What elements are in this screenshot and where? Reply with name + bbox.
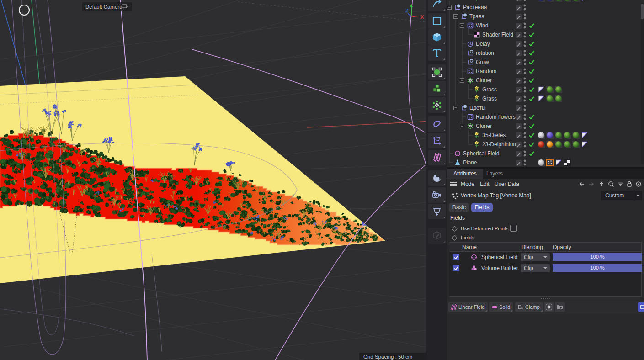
tag-chip[interactable] bbox=[538, 86, 545, 93]
menu-user-data[interactable]: User Data bbox=[495, 179, 519, 189]
opacity-bar[interactable]: 100 % bbox=[553, 253, 642, 261]
visibility-dots[interactable] bbox=[523, 104, 527, 111]
mat-orange-chip[interactable] bbox=[546, 141, 554, 148]
mat-green-chip[interactable] bbox=[555, 0, 562, 2]
mat-green-chip[interactable] bbox=[555, 132, 562, 139]
visibility-dots[interactable] bbox=[523, 95, 527, 102]
layer-chip[interactable] bbox=[516, 96, 522, 102]
object-row[interactable]: 23-Delphinium bbox=[447, 140, 644, 149]
layer-chip[interactable] bbox=[516, 114, 522, 120]
layer-chip[interactable] bbox=[516, 87, 522, 93]
lock-icon[interactable] bbox=[626, 180, 633, 190]
tab-basic[interactable]: Basic bbox=[449, 203, 469, 212]
layer-chip[interactable] bbox=[516, 151, 522, 157]
forward-icon[interactable] bbox=[588, 180, 595, 190]
viewport-3d[interactable]: Default Camera Z X Grid Spacing : 50 cm bbox=[0, 0, 426, 360]
layer-chip[interactable] bbox=[516, 41, 522, 47]
button-clamp[interactable]: Clamp bbox=[515, 302, 543, 312]
object-row[interactable]: 35-Dietes bbox=[447, 131, 644, 140]
visibility-dots[interactable] bbox=[523, 31, 527, 38]
enabled-check-icon[interactable] bbox=[528, 150, 535, 157]
menu-mode[interactable]: Mode bbox=[461, 179, 474, 189]
enabled-check-icon[interactable] bbox=[528, 141, 535, 148]
enabled-check-icon[interactable] bbox=[528, 77, 535, 84]
button-clamp-active[interactable] bbox=[638, 302, 644, 312]
tag-chip[interactable] bbox=[555, 159, 562, 166]
tool-text-object[interactable] bbox=[428, 45, 446, 61]
tool-axis-null[interactable] bbox=[428, 133, 446, 148]
tool-sky-environment[interactable] bbox=[428, 170, 446, 186]
blending-dropdown[interactable]: Clip bbox=[521, 264, 550, 272]
mat-navy-chip[interactable] bbox=[538, 0, 545, 2]
layer-chip[interactable] bbox=[516, 5, 522, 11]
tool-edit-disabled[interactable] bbox=[428, 228, 446, 244]
object-row[interactable]: Cloner bbox=[447, 122, 644, 131]
tool-rectangle-spline[interactable] bbox=[428, 13, 446, 29]
visibility-dots[interactable] bbox=[523, 86, 527, 93]
layer-chip[interactable] bbox=[516, 160, 522, 166]
object-row[interactable]: Grass bbox=[447, 94, 644, 103]
visibility-dots[interactable] bbox=[523, 68, 527, 75]
layer-chip[interactable] bbox=[516, 14, 522, 20]
mat-green-chip[interactable] bbox=[546, 95, 554, 102]
mat-green-chip[interactable] bbox=[555, 141, 562, 148]
visibility-dots[interactable] bbox=[523, 58, 527, 66]
object-row[interactable]: Grass bbox=[447, 85, 644, 94]
mat-indigo-chip[interactable] bbox=[546, 132, 554, 139]
tool-volume-builder[interactable] bbox=[428, 81, 446, 96]
mat-green-chip[interactable] bbox=[555, 86, 562, 93]
layer-chip[interactable] bbox=[516, 50, 522, 56]
mat-navy-chip[interactable] bbox=[546, 0, 554, 2]
layer-chip[interactable] bbox=[516, 78, 522, 84]
object-row[interactable]: Random bbox=[447, 67, 644, 76]
enabled-check-icon[interactable] bbox=[528, 49, 535, 57]
enabled-check-icon[interactable] bbox=[528, 40, 535, 48]
enabled-check-icon[interactable] bbox=[528, 58, 535, 66]
field-enabled-checkbox[interactable] bbox=[453, 265, 459, 271]
object-row[interactable]: Цветы bbox=[447, 103, 644, 112]
up-icon[interactable] bbox=[598, 180, 605, 190]
track-icon[interactable] bbox=[635, 180, 642, 190]
layer-chip[interactable] bbox=[516, 32, 522, 38]
visibility-dots[interactable] bbox=[523, 77, 527, 84]
layer-chip[interactable] bbox=[516, 59, 522, 65]
vmap-selected-chip[interactable] bbox=[546, 159, 554, 166]
camera-label[interactable]: Default Camera bbox=[82, 2, 132, 11]
object-row[interactable]: Wind bbox=[447, 21, 644, 30]
visibility-dots[interactable] bbox=[523, 132, 527, 139]
layer-chip[interactable] bbox=[516, 142, 522, 148]
tool-stage[interactable] bbox=[428, 204, 446, 219]
checker-chip[interactable] bbox=[564, 159, 571, 166]
mat-green-chip[interactable] bbox=[564, 141, 571, 148]
tool-spline-pen[interactable] bbox=[428, 0, 446, 11]
field-row[interactable]: Volume Builder Clip 100 % bbox=[449, 263, 641, 274]
object-row[interactable]: Grow bbox=[447, 58, 644, 67]
visibility-dots[interactable] bbox=[523, 4, 527, 11]
back-icon[interactable] bbox=[578, 180, 585, 190]
mat-green-chip[interactable] bbox=[555, 95, 562, 102]
button-linear-field[interactable]: Linear Field bbox=[448, 302, 488, 312]
object-row[interactable]: Plane bbox=[447, 158, 644, 167]
mat-green-chip[interactable] bbox=[564, 0, 571, 2]
tab-layers[interactable]: Layers bbox=[480, 169, 509, 179]
layer-chip[interactable] bbox=[516, 69, 522, 74]
search-icon[interactable] bbox=[607, 180, 615, 190]
tab-fields[interactable]: Fields bbox=[471, 203, 493, 212]
field-enabled-checkbox[interactable] bbox=[453, 254, 459, 260]
enabled-check-icon[interactable] bbox=[528, 122, 535, 130]
visibility-dots[interactable] bbox=[523, 40, 527, 48]
visibility-dots[interactable] bbox=[523, 113, 527, 121]
visibility-dots[interactable] bbox=[523, 122, 527, 130]
opacity-bar[interactable]: 100 % bbox=[553, 264, 642, 272]
om-scrollbar[interactable] bbox=[641, 3, 644, 164]
enabled-check-icon[interactable] bbox=[528, 113, 535, 121]
layer-chip[interactable] bbox=[516, 105, 522, 111]
visibility-dots[interactable] bbox=[523, 49, 527, 57]
mat-gray-chip[interactable] bbox=[538, 159, 545, 166]
tool-deformer[interactable] bbox=[428, 116, 446, 132]
tag-chip[interactable] bbox=[538, 95, 545, 102]
filter-icon[interactable] bbox=[617, 180, 624, 190]
enabled-check-icon[interactable] bbox=[528, 95, 535, 102]
button-solid[interactable]: Solid bbox=[489, 302, 513, 312]
mat-green-chip[interactable] bbox=[546, 86, 554, 93]
